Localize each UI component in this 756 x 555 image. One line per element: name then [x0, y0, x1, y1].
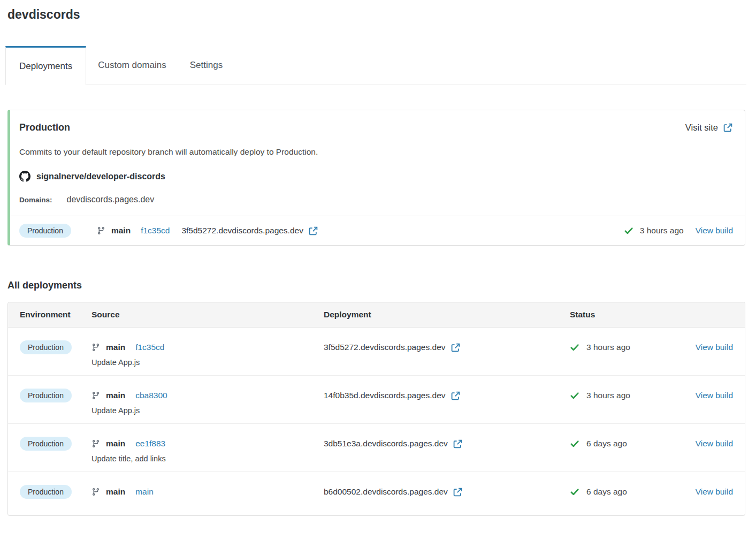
production-deployment-row: Production main f1c35cd 3f5d5272.devdisc…: [10, 216, 745, 245]
external-link-icon: [723, 123, 733, 133]
environment-cell: Production: [20, 436, 91, 452]
success-check-icon: [570, 343, 579, 352]
deployments-table: Environment Source Deployment Status Pro…: [7, 302, 745, 516]
deploy-time: 3 hours ago: [586, 343, 630, 352]
table-header: Environment Source Deployment Status: [8, 302, 745, 328]
commit-message: Update App.js: [91, 358, 324, 367]
view-build-cell: View build: [687, 484, 733, 500]
table-row: Production main main b6d00502.devdiscord…: [8, 472, 745, 515]
status-cell: 6 days ago: [570, 484, 687, 500]
commit-link[interactable]: f1c35cd: [141, 226, 170, 235]
view-build-cell: View build: [687, 339, 733, 355]
deploy-time: 6 days ago: [586, 487, 627, 497]
domains-value: devdiscords.pages.dev: [67, 195, 155, 204]
success-check-icon: [570, 487, 579, 497]
table-row: Production main f1c35cd Update App.js 3f…: [8, 328, 745, 375]
environment-cell: Production: [20, 387, 91, 404]
visit-site-link[interactable]: Visit site: [685, 123, 733, 133]
environment-badge: Production: [20, 389, 72, 402]
tab-settings[interactable]: Settings: [178, 46, 234, 85]
environment-badge: Production: [20, 340, 72, 354]
git-branch-icon: [97, 226, 105, 235]
branch-name: main: [111, 226, 131, 235]
deploy-time: 6 days ago: [586, 439, 627, 448]
external-link-icon[interactable]: [453, 487, 463, 497]
status-cell: 6 days ago: [570, 436, 687, 452]
commit-link[interactable]: f1c35cd: [135, 343, 164, 352]
production-card: Production Visit site Commits to your de…: [7, 110, 745, 246]
environment-badge: Production: [19, 224, 71, 238]
deployment-url: 3db51e3a.devdiscords.pages.dev: [324, 439, 448, 448]
commit-link[interactable]: main: [135, 487, 154, 497]
tab-deployments[interactable]: Deployments: [5, 46, 86, 85]
view-build-link[interactable]: View build: [696, 391, 733, 400]
environment-badge: Production: [20, 437, 72, 451]
view-build-link[interactable]: View build: [696, 487, 733, 497]
success-check-icon: [570, 391, 579, 400]
column-environment: Environment: [20, 302, 91, 327]
branch-name: main: [106, 343, 125, 352]
visit-site-label: Visit site: [685, 123, 718, 133]
source-cell: main cba8300 Update App.js: [91, 387, 324, 415]
tab-bar: Deployments Custom domains Settings: [5, 46, 746, 85]
deployment-cell: 14f0b35d.devdiscords.pages.dev: [324, 387, 570, 404]
external-link-icon[interactable]: [453, 439, 463, 449]
external-link-icon[interactable]: [450, 343, 461, 353]
branch-name: main: [106, 391, 125, 400]
production-description: Commits to your default repository branc…: [10, 147, 745, 157]
deployment-url: 3f5d5272.devdiscords.pages.dev: [181, 226, 303, 235]
commit-message: Update App.js: [91, 406, 324, 415]
commit-message: Update title, add links: [91, 454, 324, 463]
all-deployments-heading: All deployments: [7, 280, 756, 291]
deploy-time: 3 hours ago: [586, 391, 630, 400]
commit-link[interactable]: ee1f883: [135, 439, 165, 448]
view-build-cell: View build: [687, 387, 733, 404]
view-build-cell: View build: [687, 436, 733, 452]
source-cell: main ee1f883 Update title, add links: [91, 436, 324, 463]
environment-badge: Production: [20, 485, 72, 499]
success-check-icon: [570, 439, 579, 448]
git-branch-icon: [91, 439, 100, 448]
external-link-icon[interactable]: [308, 226, 318, 236]
deployment-url: 3f5d5272.devdiscords.pages.dev: [324, 343, 446, 352]
source-cell: main f1c35cd Update App.js: [91, 339, 324, 367]
column-deployment: Deployment: [324, 302, 570, 327]
domains-label: Domains:: [19, 196, 52, 204]
environment-cell: Production: [20, 484, 91, 500]
deploy-time: 3 hours ago: [640, 226, 684, 235]
deployment-cell: 3db51e3a.devdiscords.pages.dev: [324, 436, 570, 452]
deployment-url: b6d00502.devdiscords.pages.dev: [324, 487, 448, 497]
source-cell: main main: [91, 484, 324, 500]
environment-cell: Production: [20, 339, 91, 355]
tab-custom-domains[interactable]: Custom domains: [86, 46, 178, 85]
success-check-icon: [624, 226, 633, 235]
deployment-cell: 3f5d5272.devdiscords.pages.dev: [324, 339, 570, 355]
deployment-url: 14f0b35d.devdiscords.pages.dev: [324, 391, 446, 400]
git-branch-icon: [91, 343, 100, 352]
commit-link[interactable]: cba8300: [135, 391, 167, 400]
view-build-link[interactable]: View build: [696, 226, 733, 235]
view-build-link[interactable]: View build: [696, 439, 733, 448]
git-branch-icon: [91, 488, 100, 496]
table-row: Production main ee1f883 Update title, ad…: [8, 423, 745, 472]
repository-name: signalnerve/developer-discords: [36, 172, 165, 181]
production-card-title: Production: [19, 122, 70, 133]
deployment-cell: b6d00502.devdiscords.pages.dev: [324, 484, 570, 500]
table-row: Production main cba8300 Update App.js 14…: [8, 375, 745, 423]
status-cell: 3 hours ago: [570, 387, 687, 404]
status-cell: 3 hours ago: [570, 339, 687, 355]
git-branch-icon: [91, 391, 100, 400]
branch-name: main: [106, 439, 125, 448]
external-link-icon[interactable]: [450, 391, 461, 401]
view-build-link[interactable]: View build: [696, 343, 733, 352]
column-source: Source: [91, 302, 324, 327]
github-icon: [19, 171, 30, 182]
branch-name: main: [106, 487, 125, 497]
page-title: devdiscords: [7, 7, 756, 22]
column-status: Status: [570, 302, 687, 327]
